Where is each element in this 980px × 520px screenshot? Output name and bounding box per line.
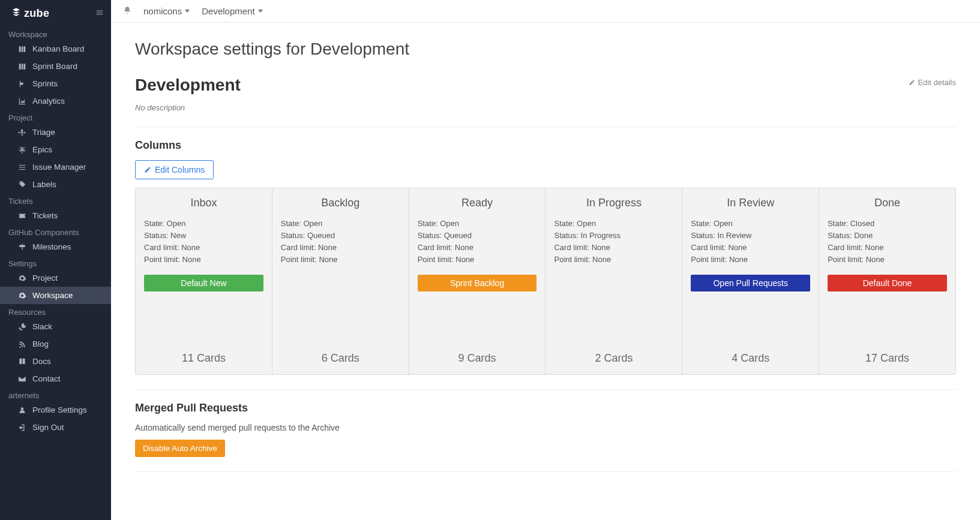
no-description: No description xyxy=(135,103,956,112)
column-meta: State: ClosedStatus: DoneCard limit: Non… xyxy=(828,218,947,266)
sidebar-item-label: Tickets xyxy=(32,211,58,220)
column-meta-line: State: Open xyxy=(691,218,810,230)
meta-label: Status xyxy=(281,231,303,240)
card-count-number: 2 xyxy=(595,352,601,364)
sidebar-item-docs[interactable]: Docs xyxy=(0,353,111,370)
mail-icon xyxy=(18,375,26,383)
sidebar-section-title: Workspace xyxy=(0,26,111,40)
sidebar-item-issue-manager[interactable]: Issue Manager xyxy=(0,158,111,176)
sidebar-item-slack[interactable]: Slack xyxy=(0,318,111,335)
sidebar-item-tickets[interactable]: Tickets xyxy=(0,207,111,224)
sidebar-item-workspace-settings[interactable]: Workspace xyxy=(0,287,111,304)
column-card-count: 11 Cards xyxy=(144,340,263,365)
column-card-count: 17 Cards xyxy=(828,340,947,365)
column: In ProgressState: OpenStatus: In Progres… xyxy=(546,188,682,374)
sidebar-item-label: Sign Out xyxy=(32,423,64,432)
sidebar-item-analytics[interactable]: Analytics xyxy=(0,92,111,110)
meta-label: Card limit xyxy=(554,243,587,252)
column-badge: Sprint Backlog xyxy=(418,275,537,291)
column-meta-line: Card limit: None xyxy=(144,242,263,254)
merged-pr-heading: Merged Pull Requests xyxy=(135,402,956,414)
sidebar-item-label: Profile Settings xyxy=(32,405,87,414)
meta-label: State xyxy=(144,219,162,228)
caret-down-icon xyxy=(185,10,190,13)
edit-columns-button[interactable]: Edit Columns xyxy=(135,160,214,179)
meta-value: None xyxy=(728,243,747,252)
org-name: nomicons xyxy=(143,6,182,16)
meta-label: Status xyxy=(691,231,713,240)
meta-value: In Progress xyxy=(581,231,621,240)
org-dropdown[interactable]: nomicons xyxy=(143,6,190,16)
card-count-suffix: Cards xyxy=(331,352,359,364)
gear-icon xyxy=(18,291,26,300)
column-meta-line: State: Open xyxy=(281,218,400,230)
list-icon xyxy=(18,163,26,172)
sidebar-section-title: Resources xyxy=(0,304,111,318)
column-meta: State: OpenStatus: QueuedCard limit: Non… xyxy=(281,218,400,266)
card-count-suffix: Cards xyxy=(741,352,769,364)
sidebar-item-triage[interactable]: Triage xyxy=(0,124,111,141)
sidebar-item-label: Analytics xyxy=(32,97,65,106)
sidebar-item-sprints[interactable]: Sprints xyxy=(0,75,111,92)
sidebar-item-label: Sprints xyxy=(32,79,58,88)
edit-details-button[interactable]: Edit details xyxy=(909,78,956,87)
sidebar-item-label: Sprint Board xyxy=(32,62,77,71)
logo[interactable]: zube xyxy=(11,7,49,20)
sidebar-item-epics[interactable]: Epics xyxy=(0,141,111,158)
sidebar-item-contact[interactable]: Contact xyxy=(0,370,111,387)
sidebar-item-label: Issue Manager xyxy=(32,163,86,172)
sidebar-section-title: Tickets xyxy=(0,193,111,207)
column-meta-line: State: Closed xyxy=(828,218,947,230)
sidebar-item-labels[interactable]: Labels xyxy=(0,176,111,193)
sidebar-item-label: Blog xyxy=(32,339,49,348)
meta-label: Status xyxy=(828,231,850,240)
column-meta-line: Point limit: None xyxy=(281,254,400,266)
meta-value: None xyxy=(866,255,885,264)
sidebar-item-label: Project xyxy=(32,273,58,282)
column-meta: State: OpenStatus: In ReviewCard limit: … xyxy=(691,218,810,266)
card-count-suffix: Cards xyxy=(197,352,226,364)
sidebar-toggle-icon[interactable] xyxy=(95,8,104,19)
column: In ReviewState: OpenStatus: In ReviewCar… xyxy=(682,188,819,374)
divider xyxy=(135,389,956,390)
caret-down-icon xyxy=(258,10,263,13)
content: Workspace settings for Development Devel… xyxy=(111,23,980,508)
meta-value: Closed xyxy=(850,219,874,228)
sidebar-item-sprint-board[interactable]: Sprint Board xyxy=(0,58,111,75)
sidebar-item-sign-out[interactable]: Sign Out xyxy=(0,419,111,436)
card-count-suffix: Cards xyxy=(604,352,633,364)
columns-icon xyxy=(18,62,26,71)
column-meta: State: OpenStatus: QueuedCard limit: Non… xyxy=(418,218,537,266)
column-meta-line: Status: In Progress xyxy=(554,230,673,242)
main: nomicons Development Workspace settings … xyxy=(111,0,980,520)
column-meta-line: Point limit: None xyxy=(828,254,947,266)
column: ReadyState: OpenStatus: QueuedCard limit… xyxy=(409,188,546,374)
sidebar-item-blog[interactable]: Blog xyxy=(0,335,111,353)
column: DoneState: ClosedStatus: DoneCard limit:… xyxy=(819,188,955,374)
edit-details-label: Edit details xyxy=(918,78,956,87)
meta-label: Card limit xyxy=(828,243,861,252)
meta-value: None xyxy=(318,243,337,252)
pencil-icon xyxy=(144,166,151,173)
sidebar-item-kanban-board[interactable]: Kanban Board xyxy=(0,40,111,58)
column-badge: Open Pull Requests xyxy=(691,275,810,291)
column-meta-line: Point limit: None xyxy=(691,254,810,266)
sidebar-item-project-settings[interactable]: Project xyxy=(0,269,111,287)
meta-value: Queued xyxy=(307,231,335,240)
workspace-dropdown[interactable]: Development xyxy=(202,6,262,16)
sidebar-item-label: Contact xyxy=(32,374,61,383)
meta-value: None xyxy=(592,255,611,264)
topbar: nomicons Development xyxy=(111,0,980,23)
sign-icon xyxy=(18,243,26,251)
disable-auto-archive-button[interactable]: Disable Auto Archive xyxy=(135,440,225,457)
columns-heading: Columns xyxy=(135,139,956,152)
meta-label: Point limit xyxy=(554,255,588,264)
bell-icon[interactable] xyxy=(123,6,131,16)
sidebar-item-profile-settings[interactable]: Profile Settings xyxy=(0,401,111,419)
sidebar-item-label: Epics xyxy=(32,145,52,154)
column-meta-line: Card limit: None xyxy=(554,242,673,254)
meta-label: Status xyxy=(554,231,576,240)
sidebar-item-milestones[interactable]: Milestones xyxy=(0,238,111,256)
meta-value: Open xyxy=(577,219,596,228)
card-count-number: 4 xyxy=(732,352,738,364)
